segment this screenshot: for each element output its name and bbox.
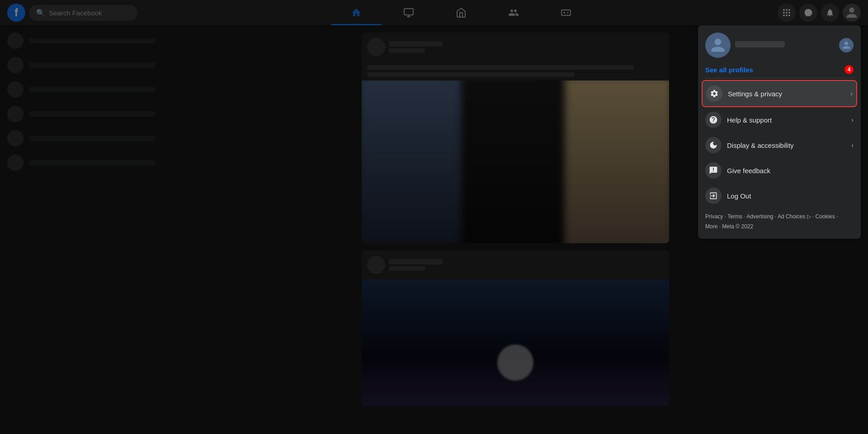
see-all-profiles-link[interactable]: See all profiles 4 bbox=[702, 63, 857, 76]
profile-row[interactable] bbox=[702, 29, 857, 61]
display-accessibility-label: Display & accessibility bbox=[727, 142, 846, 149]
account-dropdown-menu: See all profiles 4 Settings & privacy › … bbox=[698, 25, 861, 239]
footer-privacy-link[interactable]: Privacy bbox=[705, 213, 723, 220]
settings-privacy-menu-item[interactable]: Settings & privacy › bbox=[702, 80, 857, 107]
logout-label: Log Out bbox=[727, 192, 854, 200]
footer-more-link[interactable]: More bbox=[705, 223, 717, 230]
display-accessibility-menu-item[interactable]: Display & accessibility › bbox=[702, 132, 857, 158]
chevron-right-icon: › bbox=[851, 142, 854, 149]
profile-avatar-icon bbox=[710, 37, 726, 53]
logout-menu-item[interactable]: Log Out bbox=[702, 183, 857, 208]
logout-icon-circle bbox=[705, 188, 722, 204]
profile-name-bar bbox=[735, 41, 785, 47]
footer-terms-link[interactable]: Terms bbox=[727, 213, 742, 220]
display-icon-circle bbox=[705, 137, 722, 153]
settings-privacy-label: Settings & privacy bbox=[728, 90, 845, 98]
chevron-right-icon: › bbox=[850, 90, 853, 97]
gear-icon bbox=[710, 89, 719, 98]
second-profile-avatar bbox=[839, 38, 854, 52]
help-support-label: Help & support bbox=[727, 116, 846, 124]
divider-1 bbox=[702, 78, 857, 78]
moon-icon bbox=[709, 141, 718, 150]
notifications-badge: 4 bbox=[844, 65, 854, 74]
feedback-icon bbox=[709, 166, 718, 175]
profile-row-left bbox=[705, 33, 785, 58]
profile-avatar bbox=[705, 33, 731, 58]
give-feedback-label: Give feedback bbox=[727, 167, 854, 175]
footer-copyright: Meta © 2022 bbox=[722, 223, 753, 230]
settings-icon-circle bbox=[706, 85, 722, 102]
chevron-right-icon: › bbox=[851, 116, 854, 123]
footer-ad-choices-link[interactable]: Ad Choices ▷ bbox=[778, 213, 811, 220]
logout-icon bbox=[709, 191, 718, 200]
help-icon-circle bbox=[705, 112, 722, 128]
see-all-profiles-label: See all profiles bbox=[705, 66, 753, 74]
footer-advertising-link[interactable]: Advertising bbox=[746, 213, 773, 220]
second-avatar-icon bbox=[842, 41, 851, 50]
question-icon bbox=[709, 115, 718, 124]
give-feedback-menu-item[interactable]: Give feedback bbox=[702, 158, 857, 183]
profile-name-block bbox=[735, 41, 785, 49]
footer-cookies-link[interactable]: Cookies bbox=[816, 213, 835, 220]
help-support-menu-item[interactable]: Help & support › bbox=[702, 107, 857, 132]
feedback-icon-circle bbox=[705, 162, 722, 179]
footer-links: Privacy · Terms · Advertising · Ad Choic… bbox=[702, 208, 857, 235]
